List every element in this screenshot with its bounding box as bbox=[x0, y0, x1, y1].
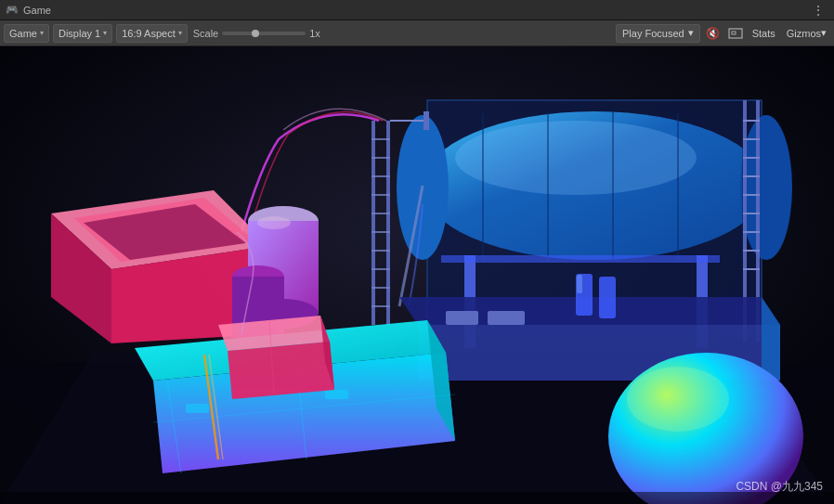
toolbar: Game ▾ Display 1 ▾ 16:9 Aspect ▾ Scale 1… bbox=[0, 20, 834, 46]
scene-svg bbox=[0, 46, 834, 504]
aspect-ratio-icon[interactable] bbox=[726, 24, 745, 43]
scale-thumb bbox=[252, 30, 259, 37]
game-viewport[interactable]: CSDN @九九345 bbox=[0, 46, 834, 504]
display-dropdown[interactable]: Display 1 ▾ bbox=[53, 24, 112, 43]
title-bar-menu[interactable]: ⋮ bbox=[808, 3, 828, 18]
game-icon: 🎮 bbox=[6, 4, 19, 16]
svg-rect-30 bbox=[371, 121, 375, 325]
display-arrow: ▾ bbox=[103, 29, 107, 37]
watermark: CSDN @九九345 bbox=[736, 479, 823, 495]
svg-rect-49 bbox=[488, 311, 525, 325]
svg-rect-48 bbox=[446, 311, 478, 325]
svg-rect-18 bbox=[441, 255, 720, 263]
svg-point-10 bbox=[740, 115, 792, 260]
audio-button[interactable]: 🔇 bbox=[704, 24, 723, 43]
svg-marker-73 bbox=[228, 342, 334, 399]
scale-slider[interactable] bbox=[222, 32, 306, 35]
title-bar-title: Game bbox=[23, 5, 808, 16]
svg-marker-78 bbox=[0, 492, 834, 504]
gizmos-dropdown[interactable]: Gizmos ▾ bbox=[783, 24, 830, 43]
display-label: Display 1 bbox=[59, 28, 100, 39]
aspect-arrow: ▾ bbox=[178, 29, 182, 37]
game-arrow: ▾ bbox=[40, 29, 44, 37]
aspect-label: 16:9 Aspect bbox=[122, 28, 176, 39]
play-focused-arrow: ▾ bbox=[688, 27, 694, 39]
play-focused-dropdown[interactable]: Play Focused ▾ bbox=[616, 24, 700, 43]
gizmos-label: Gizmos bbox=[787, 28, 821, 39]
svg-rect-47 bbox=[577, 275, 582, 293]
gizmos-arrow: ▾ bbox=[821, 27, 827, 39]
scale-slider-wrap: 1x bbox=[222, 28, 320, 39]
stats-button[interactable]: Stats bbox=[749, 24, 779, 43]
play-focused-label: Play Focused bbox=[622, 28, 684, 39]
svg-point-58 bbox=[257, 216, 291, 229]
svg-rect-46 bbox=[599, 277, 616, 318]
scale-value: 1x bbox=[309, 28, 320, 39]
svg-rect-68 bbox=[186, 404, 209, 413]
svg-rect-69 bbox=[325, 390, 348, 399]
svg-rect-1 bbox=[732, 32, 736, 34]
scale-label: Scale bbox=[193, 28, 219, 39]
svg-rect-82 bbox=[424, 111, 429, 130]
stats-label: Stats bbox=[752, 28, 775, 39]
title-bar: 🎮 Game ⋮ bbox=[0, 0, 834, 20]
game-label: Game bbox=[9, 28, 37, 39]
game-dropdown[interactable]: Game ▾ bbox=[4, 24, 49, 43]
svg-rect-31 bbox=[386, 121, 390, 325]
aspect-dropdown[interactable]: 16:9 Aspect ▾ bbox=[116, 24, 188, 43]
audio-icon: 🔇 bbox=[706, 27, 720, 40]
svg-point-8 bbox=[455, 121, 697, 195]
aspect-svg bbox=[728, 26, 743, 41]
svg-point-77 bbox=[627, 367, 729, 432]
